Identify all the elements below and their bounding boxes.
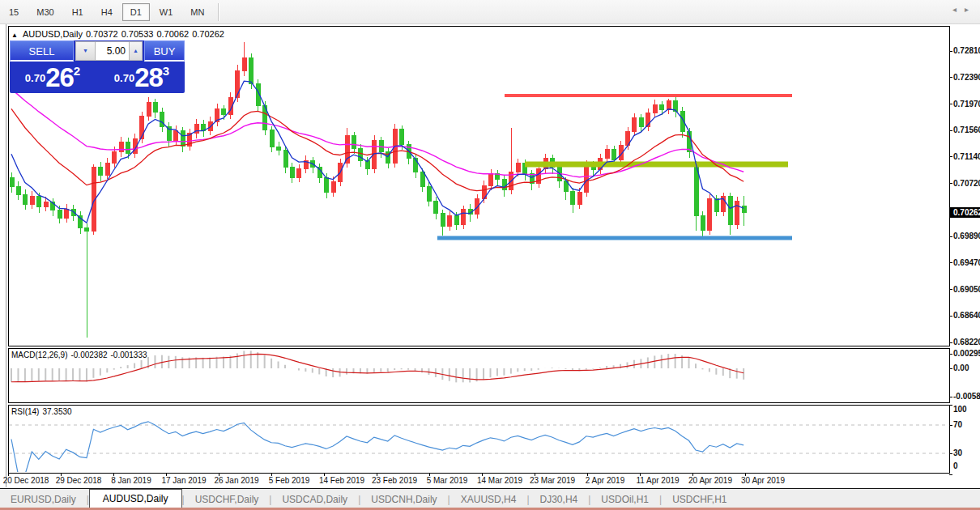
- volume-increase-button[interactable]: ▲: [129, 41, 143, 61]
- ohlc-high: 0.70533: [121, 29, 154, 39]
- ohlc-open: 0.70372: [86, 29, 118, 39]
- date-label: 29 Dec 2018: [56, 476, 102, 485]
- tab-xauusd-h4[interactable]: XAUUSD,H4: [450, 491, 527, 508]
- timeframe-button-d1[interactable]: D1: [122, 3, 150, 21]
- tab-scroll-right-icon[interactable]: ▸: [965, 5, 977, 14]
- volume-decrease-button[interactable]: ▼: [75, 41, 96, 61]
- date-label: 5 Mar 2019: [427, 476, 468, 485]
- price-axis-label: 0.69890: [953, 232, 980, 240]
- bid-main: 26: [45, 62, 74, 92]
- tab-scroll-arrows: ◂▸: [952, 5, 977, 14]
- price-axis-label: 0.70720: [953, 179, 980, 188]
- macd-axis-label: -0.00582: [953, 392, 980, 401]
- chart-window: ▲AUDUSD,Daily0.703720.705330.700620.7026…: [0, 24, 980, 488]
- price-axis-label: 0.69470: [953, 258, 980, 267]
- ask-main: 28: [134, 62, 163, 92]
- current-price-badge: 0.70262: [949, 207, 980, 218]
- rsi-series: [9, 422, 948, 474]
- date-label: 5 Feb 2019: [269, 476, 310, 485]
- price-axis-label: 0.71140: [953, 152, 980, 161]
- timeframe-button-w1[interactable]: W1: [151, 3, 181, 21]
- price-axis-label: 0.72810: [953, 46, 980, 55]
- tab-audusd-daily[interactable]: AUDUSD,Daily: [89, 489, 182, 508]
- timeframe-button-15[interactable]: 15: [1, 3, 27, 21]
- rsi-indicator-label: RSI(14)37.3530: [11, 407, 75, 416]
- date-label: 23 Feb 2019: [372, 476, 417, 485]
- ask-superscript: 3: [163, 64, 169, 78]
- tab-usdchf-h1[interactable]: USDCHF,H1: [662, 491, 737, 508]
- date-label: 14 Mar 2019: [477, 476, 522, 485]
- rsi-line: [11, 422, 744, 474]
- volume-input[interactable]: 5.00: [95, 41, 130, 61]
- date-label: 2 Apr 2019: [586, 476, 624, 485]
- macd-signal-value: -0.001333: [111, 351, 147, 359]
- rsi-panel-frame: [9, 406, 950, 474]
- tab-usdchf-daily[interactable]: USDCHF,Daily: [185, 491, 270, 508]
- macd-indicator-label: MACD(12,26,9)-0.002382-0.001333: [11, 351, 151, 359]
- bid-price-display[interactable]: 0.70262: [10, 62, 96, 93]
- date-label: 8 Jan 2019: [111, 476, 151, 485]
- rsi-axis-label: 30: [953, 448, 962, 457]
- sell-button[interactable]: SELL: [10, 40, 74, 62]
- timeframe-button-h4[interactable]: H4: [93, 3, 121, 21]
- timeframe-button-h1[interactable]: H1: [64, 3, 92, 21]
- tab-dj30-h4[interactable]: DJ30,H4: [530, 491, 589, 508]
- one-click-trade-panel: SELL ▼ 5.00 ▲ BUY 0.70262 0.70283: [10, 40, 185, 93]
- rsi-name: RSI(14): [11, 407, 39, 416]
- ohlc-close: 0.70262: [192, 29, 224, 39]
- macd-value: -0.002382: [70, 351, 107, 359]
- date-label: 11 Apr 2019: [636, 476, 679, 485]
- buy-button[interactable]: BUY: [144, 40, 185, 62]
- chart-tab-bar: EURUSD,Daily|AUDUSD,Daily|USDCHF,Daily|U…: [0, 488, 980, 508]
- bid-prefix: 0.70: [25, 72, 45, 84]
- chart-canvas[interactable]: [0, 24, 980, 488]
- toolbar-separator: [218, 3, 219, 21]
- ask-price-display[interactable]: 0.70283: [99, 62, 185, 93]
- tab-usdcnh-daily[interactable]: USDCNH,Daily: [360, 491, 447, 508]
- date-label: 30 Apr 2019: [741, 476, 785, 485]
- timeframe-button-mn[interactable]: MN: [182, 3, 212, 21]
- macd-axis-label: 0.002957: [953, 349, 980, 358]
- rsi-axis-label: 0: [953, 461, 958, 470]
- collapse-triangle-icon[interactable]: ▲: [11, 32, 18, 39]
- ohlc-low: 0.70062: [156, 29, 189, 39]
- macd-axis-label: 0.00: [953, 363, 969, 372]
- date-label: 20 Dec 2018: [3, 476, 49, 485]
- chart-title: ▲AUDUSD,Daily0.703720.705330.700620.7026…: [11, 29, 228, 39]
- price-axis-label: 0.72390: [953, 73, 980, 82]
- price-axis-label: 0.68640: [953, 311, 980, 320]
- rsi-axis-label: 70: [953, 420, 962, 429]
- price-axis-label: 0.71560: [953, 125, 980, 134]
- tab-usdcad-daily[interactable]: USDCAD,Daily: [271, 491, 358, 508]
- macd-name: MACD(12,26,9): [11, 351, 67, 359]
- date-label: 14 Feb 2019: [319, 476, 364, 485]
- timeframe-toolbar: 15M30H1H4D1W1MN: [0, 0, 980, 24]
- date-label: 20 Apr 2019: [688, 476, 732, 485]
- price-axis-label: 0.68220: [953, 338, 980, 346]
- rsi-value: 37.3530: [42, 407, 71, 416]
- date-label: 17 Jan 2019: [161, 476, 206, 485]
- bid-superscript: 2: [74, 64, 80, 78]
- tab-scroll-left-icon[interactable]: ◂: [952, 5, 965, 14]
- rsi-axis-label: 100: [953, 405, 967, 414]
- date-label: 26 Jan 2019: [214, 476, 258, 485]
- price-axis-label: 0.71970: [953, 100, 980, 108]
- ask-prefix: 0.70: [114, 72, 134, 84]
- timeframe-button-m30[interactable]: M30: [28, 3, 62, 21]
- price-axis-label: 0.69050: [953, 285, 980, 294]
- date-label: 23 Mar 2019: [530, 476, 575, 485]
- chart-symbol: AUDUSD,Daily: [23, 29, 83, 39]
- tab-usdoil-h1[interactable]: USDOil,H1: [590, 491, 659, 508]
- tab-eurusd-daily[interactable]: EURUSD,Daily: [0, 491, 87, 508]
